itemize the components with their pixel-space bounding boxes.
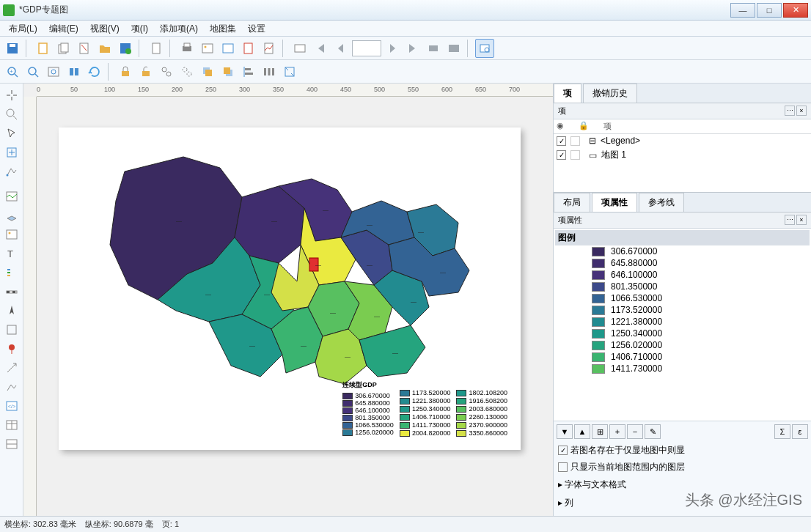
open-folder-button[interactable] — [95, 39, 114, 58]
panel-close-icon[interactable]: × — [796, 106, 807, 116]
duplicate-button[interactable] — [54, 39, 73, 58]
unlock-button[interactable] — [136, 62, 155, 81]
legend-entry[interactable]: 1411.730000 — [555, 363, 810, 374]
list-item[interactable]: ✓ ⊟ <Legend> — [554, 134, 811, 147]
page-setup-button[interactable] — [260, 39, 279, 58]
panel-opts-icon[interactable]: ⋯ — [785, 215, 795, 225]
expression-button[interactable]: ε — [792, 424, 808, 439]
save-button[interactable] — [3, 39, 22, 58]
first-feature-button[interactable] — [311, 39, 330, 58]
menu-view[interactable]: 视图(V) — [84, 21, 125, 36]
menu-edit[interactable]: 编辑(E) — [43, 21, 84, 36]
edit-nodes-tool[interactable] — [3, 163, 21, 180]
distribute-button[interactable] — [260, 62, 279, 81]
layout-canvas[interactable]: 0501001502002503003504004505005506006507… — [23, 84, 553, 531]
select-tool[interactable] — [3, 125, 21, 142]
layout-page[interactable]: ——— ——— ——— ——— ——— —— 连续型GDP 306.670000… — [59, 128, 521, 450]
add-marker-tool[interactable] — [3, 340, 21, 358]
legend-entry[interactable]: 1173.520000 — [555, 304, 810, 316]
legend-entry[interactable]: 645.880000 — [555, 257, 810, 269]
add-picture-tool[interactable] — [3, 226, 21, 243]
menu-atlas[interactable]: 地图集 — [204, 21, 242, 36]
zoom-full-button[interactable] — [44, 62, 63, 81]
atlas-settings-button[interactable] — [290, 39, 309, 58]
add-shape-tool[interactable] — [3, 321, 21, 339]
edit-button[interactable]: ✎ — [645, 424, 661, 439]
filter-button[interactable]: Σ — [774, 424, 790, 439]
list-item[interactable]: ✓ ▭ 地图 1 — [554, 147, 811, 163]
add-table-tool[interactable] — [3, 416, 21, 434]
legend-entry[interactable]: 1221.380000 — [555, 316, 810, 328]
add-fixed-table-tool[interactable] — [3, 435, 21, 453]
menu-add-item[interactable]: 添加项(A) — [154, 21, 204, 36]
checkbox[interactable] — [558, 462, 568, 472]
zoom-actual-button[interactable] — [65, 62, 84, 81]
raise-button[interactable] — [198, 62, 217, 81]
maximize-button[interactable]: □ — [757, 3, 782, 18]
legend-entry[interactable]: 306.670000 — [555, 245, 810, 257]
export-svg-button[interactable] — [219, 39, 238, 58]
legend-items-tree[interactable]: 图例 306.670000645.880000646.100000801.350… — [554, 229, 811, 421]
legend-entry[interactable]: 1256.020000 — [555, 339, 810, 351]
resize-button[interactable] — [280, 62, 299, 81]
legend-entry[interactable]: 801.350000 — [555, 281, 810, 292]
option-show-in-map[interactable]: ✓ 若图名存在于仅显地图中则显 — [554, 442, 811, 459]
tab-undo-history[interactable]: 撤销历史 — [583, 84, 637, 103]
last-feature-button[interactable] — [403, 39, 422, 58]
preview-atlas-button[interactable] — [475, 39, 494, 58]
atlas-export-button[interactable] — [444, 39, 463, 58]
align-left-button[interactable] — [239, 62, 258, 81]
lock-checkbox[interactable] — [570, 136, 580, 146]
zoom-tool[interactable] — [3, 106, 21, 123]
prev-feature-button[interactable] — [331, 39, 351, 58]
tab-items[interactable]: 项 — [554, 84, 581, 103]
next-feature-button[interactable] — [383, 39, 402, 58]
zoom-out-button[interactable] — [23, 62, 43, 81]
ungroup-button[interactable] — [177, 62, 197, 81]
print-button[interactable] — [177, 39, 197, 58]
lower-button[interactable] — [219, 62, 238, 81]
visibility-checkbox[interactable]: ✓ — [557, 150, 566, 160]
panel-close-icon[interactable]: × — [796, 215, 807, 225]
add-arrow-tool[interactable] — [3, 359, 21, 377]
panel-opts-icon[interactable]: ⋯ — [785, 106, 795, 116]
add-html-tool[interactable]: </> — [3, 397, 21, 415]
close-button[interactable]: ✕ — [783, 3, 808, 18]
lock-button[interactable] — [116, 62, 135, 81]
group-button[interactable] — [157, 62, 176, 81]
tab-layout-props[interactable]: 布局 — [554, 193, 590, 212]
add-scalebar-tool[interactable] — [3, 283, 21, 300]
tab-item-props[interactable]: 项属性 — [592, 193, 637, 212]
pan-tool[interactable] — [3, 86, 21, 104]
save-as-button[interactable] — [116, 39, 135, 58]
tab-guides[interactable]: 参考线 — [639, 193, 684, 212]
remove-button[interactable]: − — [627, 424, 643, 439]
legend-entry[interactable]: 1066.530000 — [555, 292, 810, 304]
move-content-tool[interactable] — [3, 144, 21, 161]
atlas-print-button[interactable] — [424, 39, 443, 58]
expander-fonts[interactable]: 字体与文本格式 — [554, 476, 811, 494]
refresh-button[interactable] — [85, 62, 104, 81]
option-only-visible[interactable]: 只显示当前地图范围内的图层 — [554, 459, 811, 476]
feature-index-input[interactable] — [352, 40, 381, 56]
new-page-button[interactable] — [147, 39, 166, 58]
legend-entry[interactable]: 646.100000 — [555, 269, 810, 281]
add-layer-button[interactable]: + — [609, 424, 625, 439]
visibility-checkbox[interactable]: ✓ — [557, 136, 566, 146]
add-label-tool[interactable]: T — [3, 245, 21, 262]
add-nodeitem-tool[interactable] — [3, 378, 21, 396]
menu-layout[interactable]: 布局(L) — [3, 21, 43, 36]
move-down-button[interactable]: ▼ — [557, 424, 573, 439]
legend-entry[interactable]: 1406.710000 — [555, 351, 810, 363]
minimize-button[interactable]: — — [730, 3, 755, 18]
delete-button[interactable] — [75, 39, 94, 58]
add-legend-tool[interactable] — [3, 264, 21, 281]
zoom-in-button[interactable]: + — [3, 62, 22, 81]
expander-columns[interactable]: 列 — [554, 494, 811, 512]
new-layout-button[interactable] — [34, 39, 53, 58]
add-northarrow-tool[interactable] — [3, 302, 21, 319]
export-image-button[interactable] — [198, 39, 217, 58]
menu-settings[interactable]: 设置 — [242, 21, 271, 36]
lock-checkbox[interactable] — [570, 150, 580, 160]
add-group-button[interactable]: ⊞ — [592, 424, 608, 439]
